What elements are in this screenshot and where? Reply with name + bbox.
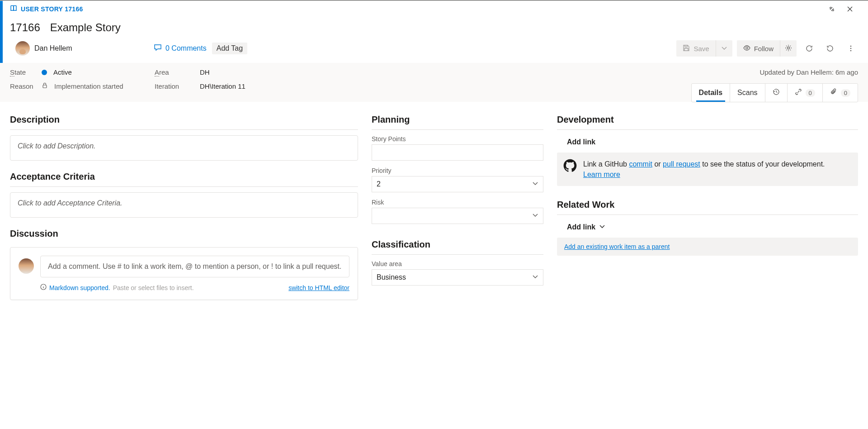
reason-field[interactable]: Implementation started xyxy=(42,82,155,90)
development-hint-card: Link a GitHub commit or pull request to … xyxy=(557,153,858,186)
user-avatar xyxy=(19,258,34,274)
description-title: Description xyxy=(10,114,358,125)
comment-input[interactable]: Add a comment. Use # to link a work item… xyxy=(40,256,349,277)
assignee-name: Dan Hellem xyxy=(34,44,72,52)
middle-column: Planning Story Points Priority 2 Risk xyxy=(372,114,543,311)
related-work-title: Related Work xyxy=(557,200,858,210)
classification-title: Classification xyxy=(372,239,543,250)
follow-button-group: Follow xyxy=(737,40,797,57)
iteration-value[interactable]: DH\Iteration 11 xyxy=(200,82,335,90)
comments-link[interactable]: 0 Comments xyxy=(154,43,207,53)
book-icon xyxy=(10,5,17,14)
markdown-link[interactable]: Markdown supported. xyxy=(49,284,110,291)
svg-point-0 xyxy=(745,47,748,49)
chevron-down-icon xyxy=(721,44,728,53)
save-button-group: Save xyxy=(676,40,732,57)
related-work-hint-card: Add an existing work item as a parent xyxy=(557,238,858,256)
attachments-count-badge: 0 xyxy=(841,89,850,97)
gear-icon xyxy=(785,44,792,53)
work-item-type-label: USER STORY 17166 xyxy=(10,5,83,14)
tab-attachments[interactable]: 0 xyxy=(823,84,858,102)
learn-more-link[interactable]: Learn more xyxy=(583,171,620,178)
comment-icon xyxy=(154,43,162,53)
tabs-strip: Details Scans 0 xyxy=(691,83,858,102)
paste-hint: Paste or select files to insert. xyxy=(113,284,194,291)
save-dropdown-button[interactable] xyxy=(716,40,732,57)
discussion-title: Discussion xyxy=(10,229,358,239)
state-value: Active xyxy=(53,68,72,76)
tab-scans-label: Scans xyxy=(737,89,757,97)
svg-point-2 xyxy=(850,46,852,47)
reason-value: Implementation started xyxy=(54,82,123,90)
chevron-down-icon xyxy=(599,223,605,231)
save-icon xyxy=(683,44,690,53)
github-icon xyxy=(563,159,577,172)
avatar xyxy=(15,41,30,56)
eye-icon xyxy=(743,44,750,53)
quick-actions: 0 Comments Add Tag xyxy=(154,43,247,54)
settings-button[interactable] xyxy=(780,40,797,57)
header-title-row: 17166 Example Story xyxy=(0,18,868,40)
info-icon xyxy=(40,284,47,291)
work-item-id: 17166 xyxy=(10,21,40,34)
left-column: Description Click to add Description. Ac… xyxy=(10,114,358,311)
state-row: State Active Area DH Reason Implementati… xyxy=(0,63,868,102)
dev-add-link-button[interactable]: Add link xyxy=(557,135,858,153)
add-tag-button[interactable]: Add Tag xyxy=(212,43,247,54)
lock-icon xyxy=(42,82,48,90)
subheader: Dan Hellem 0 Comments Add Tag xyxy=(0,40,868,63)
tab-details[interactable]: Details xyxy=(692,84,730,102)
risk-field[interactable] xyxy=(372,208,543,224)
add-parent-link[interactable]: Add an existing work item as a parent xyxy=(564,243,670,250)
svg-point-4 xyxy=(850,50,852,52)
close-button[interactable] xyxy=(841,0,859,18)
links-count-badge: 0 xyxy=(806,89,815,97)
planning-title: Planning xyxy=(372,114,543,125)
related-add-link-button[interactable]: Add link xyxy=(557,220,858,238)
svg-point-1 xyxy=(788,47,790,49)
right-actions: Save Follow xyxy=(676,40,859,57)
tab-history[interactable] xyxy=(765,84,788,102)
iteration-label: Iteration xyxy=(155,82,200,90)
chevron-down-icon xyxy=(532,273,538,281)
more-actions-button[interactable] xyxy=(843,40,859,57)
state-field[interactable]: Active xyxy=(42,68,155,76)
chevron-down-icon xyxy=(532,180,538,188)
related-add-link-label: Add link xyxy=(567,223,595,231)
acceptance-editor[interactable]: Click to add Acceptance Criteria. xyxy=(10,192,358,218)
discussion-card: Add a comment. Use # to link a work item… xyxy=(10,247,358,300)
story-points-field[interactable] xyxy=(372,144,543,161)
assignee-picker[interactable]: Dan Hellem xyxy=(15,41,72,56)
story-points-label: Story Points xyxy=(372,135,543,143)
value-area-field[interactable]: Business xyxy=(372,269,543,286)
description-editor[interactable]: Click to add Description. xyxy=(10,135,358,161)
tab-details-label: Details xyxy=(699,89,722,97)
refresh-button[interactable] xyxy=(801,40,817,57)
undo-button[interactable] xyxy=(822,40,838,57)
priority-field[interactable]: 2 xyxy=(372,176,543,192)
work-item-type-text: USER STORY 17166 xyxy=(21,5,83,13)
svg-point-3 xyxy=(850,48,852,49)
right-column: Development Add link Link a GitHub commi… xyxy=(557,114,858,311)
pull-request-link[interactable]: pull request xyxy=(663,160,700,168)
save-button[interactable]: Save xyxy=(676,40,715,57)
tab-scans[interactable]: Scans xyxy=(730,84,765,102)
value-area-label: Value area xyxy=(372,260,543,267)
switch-editor-link[interactable]: switch to HTML editor xyxy=(288,284,349,291)
commit-link[interactable]: commit xyxy=(629,160,652,168)
value-area-value: Business xyxy=(377,273,406,281)
acceptance-title: Acceptance Criteria xyxy=(10,172,358,182)
comments-count: 0 Comments xyxy=(165,44,207,52)
attachment-icon xyxy=(830,88,837,97)
svg-rect-5 xyxy=(43,85,47,88)
follow-button[interactable]: Follow xyxy=(737,40,780,57)
priority-value: 2 xyxy=(377,180,381,188)
title-bar: USER STORY 17166 xyxy=(0,0,868,18)
work-item-title[interactable]: Example Story xyxy=(50,21,121,34)
follow-label: Follow xyxy=(754,45,774,52)
state-label: State xyxy=(10,68,42,76)
area-value[interactable]: DH xyxy=(200,68,335,76)
development-hint-text: Link a GitHub commit or pull request to … xyxy=(583,159,825,180)
restore-window-button[interactable] xyxy=(823,0,841,18)
tab-links[interactable]: 0 xyxy=(788,84,823,102)
